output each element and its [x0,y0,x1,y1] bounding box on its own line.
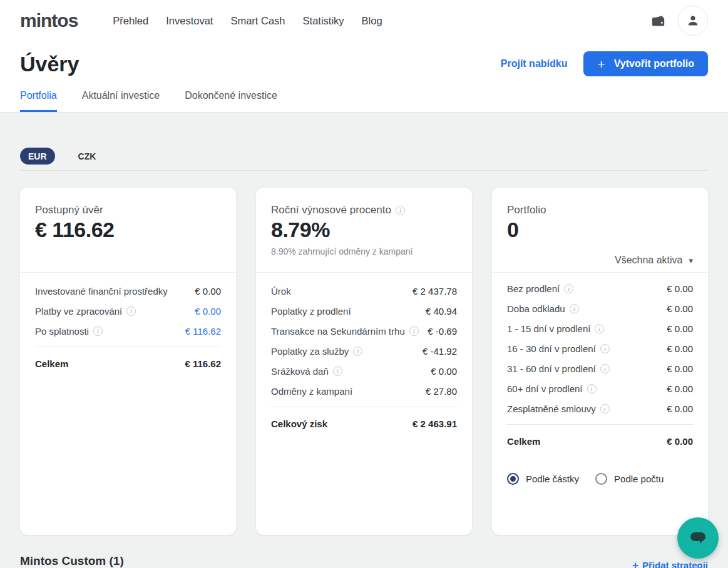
info-icon[interactable]: i [570,304,579,313]
radio-by-count[interactable]: Podle počtu [595,473,664,485]
stat-row-label: Poplatky za služby [271,346,349,357]
tab-aktualni-investice[interactable]: Aktuální investice [82,90,160,112]
currency-eur[interactable]: EUR [20,148,55,165]
stat-row-value: € 40.94 [421,306,457,317]
info-icon[interactable]: i [396,206,405,215]
card-portfolio: Portfolio 0 Všechna aktiva ▾ Bez prodlen… [492,188,708,535]
stat-row-label: Zesplatněné smlouvy [507,403,596,414]
info-icon[interactable]: i [126,307,136,316]
tab-portfolia[interactable]: Portfolia [20,90,57,112]
stat-row: 1 - 15 dní v prodleníi€ 0.00 [507,318,693,338]
stat-row-value: € -41.92 [418,346,457,357]
nav-item-statistiky[interactable]: Statistiky [303,15,344,27]
card-portfolio-value: 0 [507,218,693,242]
stat-row: Doba odkladui€ 0.00 [507,298,693,318]
stat-row-label: Srážková daň [271,366,329,377]
stat-row: Úrok€ 2 437.78 [271,281,457,301]
nav-item-investovat[interactable]: Investovat [166,15,213,27]
stat-row-label: Po splatnosti [35,326,89,337]
stat-row: Poplatky za službyi€ -41.92 [271,341,457,361]
info-icon[interactable]: i [587,384,597,393]
info-icon[interactable]: i [93,327,103,336]
info-icon[interactable]: i [353,347,362,356]
stat-row: Poplatky z prodlení€ 40.94 [271,301,457,321]
tab-bar: Portfolia Aktuální investice Dokončené i… [20,90,708,112]
plus-icon: + [597,58,605,71]
total-label: Celkem [507,436,540,447]
stat-row-label: 16 - 30 dní v prodlení [507,343,596,354]
stat-row-label: Bez prodlení [507,283,560,294]
stat-row-value: € 0.00 [662,343,693,354]
card-net-annual-return: Roční výnosové procento i 8.79% 8.90% za… [256,188,472,535]
card-outstanding-loan: Postupný úvěr € 116.62 Investované finan… [20,188,236,535]
stat-row: 60+ dní v prodleníi€ 0.00 [507,378,693,398]
portfolio-view-radio-group: Podle částky Podle počtu [507,473,693,485]
info-icon[interactable]: i [564,284,573,293]
stat-row-value: € 0.00 [662,283,693,294]
top-white-block: mintos Přehled Investovat Smart Cash Sta… [0,0,728,113]
main-content: EUR CZK Postupný úvěr € 116.62 Investova… [0,148,728,535]
stat-row-value: € 0.00 [662,303,693,314]
section-divider [20,170,708,171]
currency-czk[interactable]: CZK [70,148,105,165]
info-icon[interactable]: i [600,364,610,373]
radio-selected-icon [507,473,519,485]
stat-row-label: Poplatky z prodlení [271,306,351,317]
page-title: Úvěry [20,52,501,76]
nav-item-prehled[interactable]: Přehled [113,15,148,27]
chat-widget-button[interactable] [677,517,719,559]
stat-row: Platby ve zpracováníi€ 0.00 [35,301,221,321]
stat-row-label: Investované finanční prostředky [35,286,168,297]
card-outstanding-header: Postupný úvěr € 116.62 [20,188,236,273]
assets-filter-dropdown[interactable]: Všechna aktiva ▾ [615,255,693,266]
chevron-down-icon: ▾ [689,256,693,265]
user-avatar[interactable] [678,6,708,36]
create-portfolio-button[interactable]: + Vytvořit portfolio [583,51,708,76]
stat-row: 16 - 30 dní v prodleníi€ 0.00 [507,338,693,358]
browse-offers-link[interactable]: Projít nabídku [501,58,568,69]
tab-dokoncene-investice[interactable]: Dokončené investice [185,90,277,112]
stat-row-value: € 0.00 [662,383,693,394]
info-icon[interactable]: i [333,367,342,376]
stat-row-value: € 27.80 [421,386,457,397]
top-navigation-bar: mintos Přehled Investovat Smart Cash Sta… [20,0,708,41]
mintos-logo[interactable]: mintos [20,10,78,31]
stat-row-label: 1 - 15 dní v prodlení [507,323,590,334]
card-portfolio-title: Portfolio [507,204,546,216]
info-icon[interactable]: i [409,327,419,336]
strategies-section-title: Mintos Custom (1) [20,554,124,568]
card-portfolio-body: Bez prodleníi€ 0.00Doba odkladui€ 0.001 … [492,273,708,535]
info-icon[interactable]: i [600,404,610,413]
info-icon[interactable]: i [600,344,610,353]
total-value: € 2 463.91 [408,418,457,429]
nav-item-blog[interactable]: Blog [362,15,382,27]
stat-row: Zesplatněné smlouvyi€ 0.00 [507,398,693,418]
nav-item-smart-cash[interactable]: Smart Cash [230,15,285,27]
stat-row-value: € -0.69 [423,326,457,337]
stat-row-value[interactable]: € 116.62 [180,326,221,337]
radio-by-amount[interactable]: Podle částky [507,473,579,485]
add-strategy-link[interactable]: + Přidat strategii [632,560,708,568]
stat-row-value: € 0.00 [662,403,693,414]
card-rate-title: Roční výnosové procento [271,204,391,216]
info-icon[interactable]: i [595,324,604,333]
stat-row-value: € 0.00 [662,323,693,334]
chat-bubble-icon [687,527,709,549]
card-outstanding-value: € 116.62 [35,218,221,242]
summary-cards: Postupný úvěr € 116.62 Investované finan… [20,188,708,535]
stat-row-value: € 0.00 [426,366,457,377]
wallet-icon[interactable] [650,13,667,29]
card-outstanding-body: Investované finanční prostředky€ 0.00Pla… [20,273,236,535]
stat-row-label: 31 - 60 dní v prodlení [507,363,596,374]
stat-row-label: 60+ dní v prodlení [507,383,583,394]
stat-row: Odměny z kampaní€ 27.80 [271,381,457,401]
radio-by-amount-label: Podle částky [526,474,579,484]
card-rate-body: Úrok€ 2 437.78Poplatky z prodlení€ 40.94… [256,273,472,535]
total-row: Celkem € 0.00 [507,430,693,452]
total-divider [35,347,221,347]
currency-toggle: EUR CZK [20,148,708,165]
total-row: Celkový zisk € 2 463.91 [271,413,457,434]
page-header: Úvěry Projít nabídku + Vytvořit portfoli… [20,41,708,76]
stat-row: 31 - 60 dní v prodleníi€ 0.00 [507,358,693,378]
stat-row-value[interactable]: € 0.00 [190,306,221,317]
